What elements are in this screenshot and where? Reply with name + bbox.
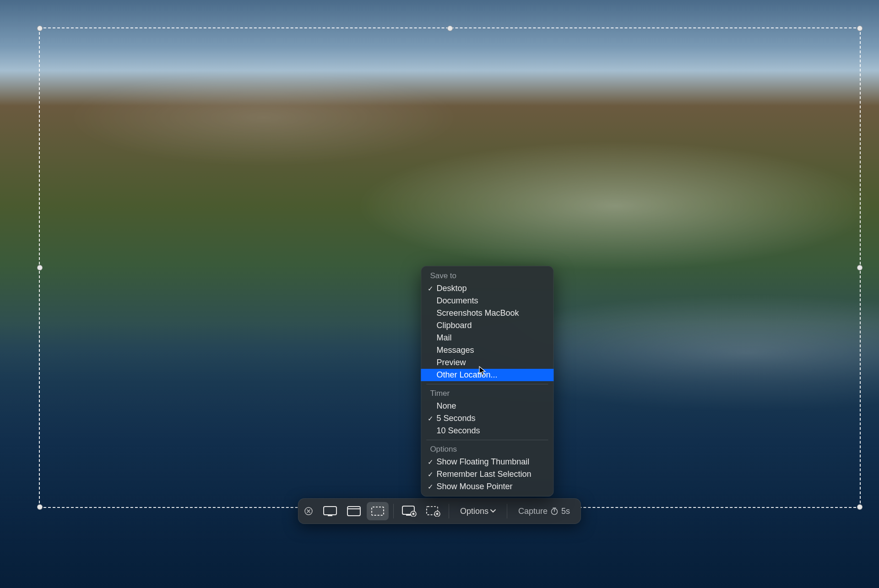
svg-rect-1 [324,507,336,515]
menu-item-label: None [434,401,548,411]
menu-section-header: Timer [421,387,553,400]
menu-item-label: Mail [434,333,548,343]
record-selection-icon [426,506,440,517]
close-button[interactable] [303,505,315,517]
record-screen-icon [402,506,417,517]
selection-icon [371,506,385,516]
chevron-down-icon [490,509,496,513]
menu-item[interactable]: Preview [421,356,553,369]
capture-button[interactable]: Capture 5s [512,507,576,516]
menu-separator [426,440,548,440]
capture-label: Capture [518,507,548,516]
menu-item[interactable]: ✓Show Floating Thumbnail [421,456,553,468]
menu-item[interactable]: None [421,400,553,412]
svg-rect-7 [406,515,411,516]
record-selection-button[interactable] [422,502,444,520]
capture-window-button[interactable] [343,502,365,520]
checkmark-icon: ✓ [426,285,434,293]
svg-rect-5 [372,507,384,515]
svg-rect-2 [328,515,332,516]
menu-separator [426,384,548,384]
menu-item-label: Desktop [434,284,548,293]
menu-item[interactable]: Documents [421,295,553,307]
toolbar-divider [393,504,394,518]
toolbar-divider [449,504,449,518]
options-button[interactable]: Options [454,502,502,520]
menu-item[interactable]: Screenshots MacBook [421,307,553,319]
menu-item[interactable]: Clipboard [421,319,553,332]
menu-item[interactable]: ✓Desktop [421,282,553,295]
menu-item-label: Other Location... [434,370,548,380]
menu-item[interactable]: ✓5 Seconds [421,412,553,425]
toolbar-divider [507,504,507,518]
menu-item-label: Preview [434,358,548,367]
menu-item[interactable]: Messages [421,344,553,356]
menu-item-label: Documents [434,296,548,306]
checkmark-icon: ✓ [426,458,434,466]
timer-icon [550,507,559,515]
menu-item[interactable]: ✓Remember Last Selection [421,468,553,480]
menu-section-header: Save to [421,270,553,282]
menu-item-label: 5 Seconds [434,414,548,423]
options-menu: Save to✓DesktopDocumentsScreenshots MacB… [421,266,553,496]
menu-item[interactable]: Other Location... [421,369,553,381]
menu-item-label: Show Floating Thumbnail [434,457,548,467]
checkmark-icon: ✓ [426,483,434,491]
menu-item-label: Screenshots MacBook [434,308,548,318]
checkmark-icon: ✓ [426,470,434,479]
menu-item[interactable]: ✓Show Mouse Pointer [421,480,553,493]
close-icon [304,507,313,515]
checkmark-icon: ✓ [426,415,434,423]
menu-item[interactable]: 10 Seconds [421,425,553,437]
window-icon [347,506,361,516]
menu-item-label: 10 Seconds [434,426,548,436]
svg-rect-3 [347,507,360,516]
menu-item-label: Clipboard [434,321,548,330]
options-label: Options [460,507,488,516]
menu-item-label: Show Mouse Pointer [434,482,548,491]
capture-entire-screen-button[interactable] [319,502,341,520]
menu-item-label: Messages [434,345,548,355]
svg-point-9 [412,513,415,515]
screenshot-toolbar: Options Capture 5s [298,498,581,524]
svg-point-12 [436,513,439,515]
capture-selection-button[interactable] [367,502,389,520]
screen-icon [323,506,337,516]
capture-timer-label: 5s [561,507,570,516]
record-entire-screen-button[interactable] [398,502,420,520]
menu-item-label: Remember Last Selection [434,469,548,479]
menu-item[interactable]: Mail [421,332,553,344]
menu-section-header: Options [421,443,553,456]
